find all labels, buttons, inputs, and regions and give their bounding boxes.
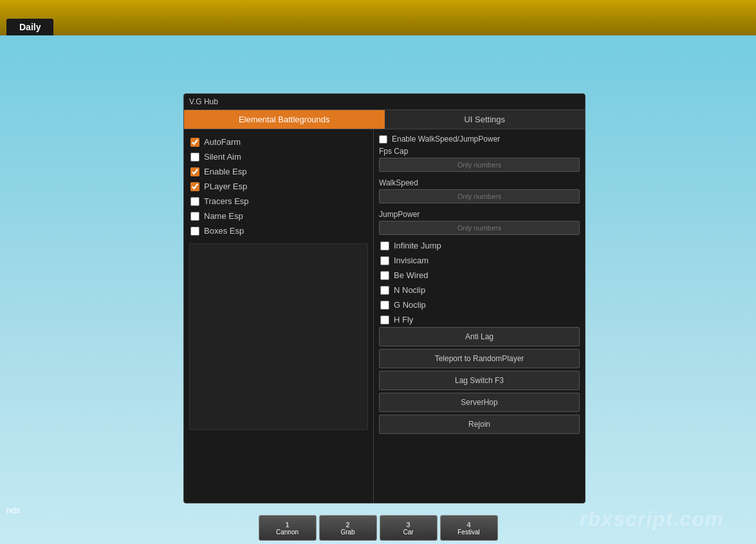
checkbox-gnoclip: G Noclip	[379, 297, 580, 312]
checkbox-playeresp: PLayer Esp	[189, 179, 368, 194]
ability-slot-1-label: Cannon	[276, 529, 299, 536]
nameesp-label: Name Esp	[204, 211, 243, 221]
invisicam-checkbox[interactable]	[380, 256, 389, 265]
ability-bar: 1 Cannon 2 Grab 3 Car 4 Festival	[259, 515, 498, 544]
checkbox-autofarm: AutoFarm	[189, 135, 368, 149]
silentaim-label: Silent Aim	[204, 152, 241, 162]
playeresp-checkbox[interactable]	[190, 182, 199, 191]
ability-slot-4-label: Festival	[457, 529, 479, 536]
enableesp-checkbox[interactable]	[190, 167, 199, 176]
daily-tab[interactable]: Daily	[6, 19, 53, 35]
enableesp-label: Enable Esp	[204, 167, 247, 176]
tab-elemental[interactable]: Elemental Battlegrounds	[184, 110, 385, 129]
checkbox-enableesp: Enable Esp	[189, 164, 368, 179]
checkbox-infinitejump: Infinite Jump	[379, 238, 580, 253]
autofarm-label: AutoFarm	[204, 137, 241, 147]
enable-walkspeed-row: Enable WalkSpeed/JumpPower	[379, 135, 580, 144]
hfly-label: H Fly	[394, 315, 413, 324]
nnoclip-checkbox[interactable]	[380, 286, 389, 295]
playeresp-label: PLayer Esp	[204, 182, 247, 191]
ability-slot-2-num: 2	[346, 521, 349, 529]
checkbox-boxesesp: Boxes Esp	[189, 223, 368, 238]
jumppower-input[interactable]	[379, 221, 580, 235]
ability-slot-2: 2 Grab	[319, 515, 377, 541]
checkbox-tracersesp: Tracers Esp	[189, 194, 368, 209]
serverhop-button[interactable]: ServerHop	[379, 393, 580, 412]
invisicam-label: Invisicam	[394, 256, 429, 265]
enable-walkspeed-checkbox[interactable]	[379, 135, 387, 144]
hfly-checkbox[interactable]	[380, 315, 389, 324]
bewired-label: Be Wired	[394, 270, 428, 280]
ability-slot-4: 4 Festival	[440, 515, 498, 541]
tracersesp-label: Tracers Esp	[204, 196, 249, 206]
silentaim-checkbox[interactable]	[190, 153, 199, 162]
checkbox-invisicam: Invisicam	[379, 253, 580, 268]
right-column: Enable WalkSpeed/JumpPower Fps Cap WalkS…	[374, 129, 585, 503]
ability-slot-1-num: 1	[285, 521, 289, 529]
gnoclip-checkbox[interactable]	[380, 301, 389, 310]
infinitejump-label: Infinite Jump	[394, 241, 441, 250]
walkspeed-input[interactable]	[379, 189, 580, 203]
lag-switch-button[interactable]: Lag Switch F3	[379, 371, 580, 390]
walkspeed-header: WalkSpeed	[379, 178, 580, 187]
nnoclip-label: N Noclip	[394, 285, 425, 295]
fps-cap-input[interactable]	[379, 158, 580, 172]
panel-title: V.G Hub	[184, 94, 585, 110]
main-panel: V.G Hub Elemental Battlegrounds UI Setti…	[183, 93, 585, 503]
tab-bar: Elemental Battlegrounds UI Settings	[184, 110, 585, 129]
enable-walkspeed-label: Enable WalkSpeed/JumpPower	[392, 135, 500, 144]
ability-slot-3-num: 3	[406, 521, 410, 529]
bewired-checkbox[interactable]	[380, 271, 389, 280]
checkbox-nameesp: Name Esp	[189, 209, 368, 223]
fps-cap-header: Fps Cap	[379, 147, 580, 156]
boxesesp-label: Boxes Esp	[204, 226, 244, 236]
boxesesp-checkbox[interactable]	[190, 227, 199, 236]
panel-body: AutoFarm Silent Aim Enable Esp PLayer Es…	[184, 129, 585, 503]
nameesp-checkbox[interactable]	[190, 212, 199, 221]
ability-slot-3-label: Car	[403, 529, 413, 536]
ability-slot-1: 1 Cannon	[259, 515, 317, 541]
rejoin-button[interactable]: Rejoin	[379, 415, 580, 434]
top-bar: Daily	[0, 0, 756, 35]
ability-slot-2-label: Grab	[340, 529, 355, 536]
anti-lag-button[interactable]: Anti Lag	[379, 327, 580, 346]
infinitejump-checkbox[interactable]	[380, 241, 389, 250]
checkbox-hfly: H Fly	[379, 312, 580, 327]
bottom-text: nds.	[6, 505, 23, 515]
checkbox-nnoclip: N Noclip	[379, 283, 580, 297]
jumppower-header: JumpPower	[379, 210, 580, 219]
checkbox-silentaim: Silent Aim	[189, 149, 368, 164]
ability-slot-3: 3 Car	[380, 515, 438, 541]
left-bottom-area	[189, 243, 368, 430]
tab-ui-settings[interactable]: UI Settings	[385, 110, 585, 129]
left-column: AutoFarm Silent Aim Enable Esp PLayer Es…	[184, 129, 374, 503]
teleport-button[interactable]: Teleport to RandomPlayer	[379, 349, 580, 368]
gnoclip-label: G Noclip	[394, 300, 426, 310]
ability-slot-4-num: 4	[466, 521, 470, 529]
checkbox-bewired: Be Wired	[379, 268, 580, 283]
tracersesp-checkbox[interactable]	[190, 197, 199, 206]
autofarm-checkbox[interactable]	[190, 138, 199, 147]
